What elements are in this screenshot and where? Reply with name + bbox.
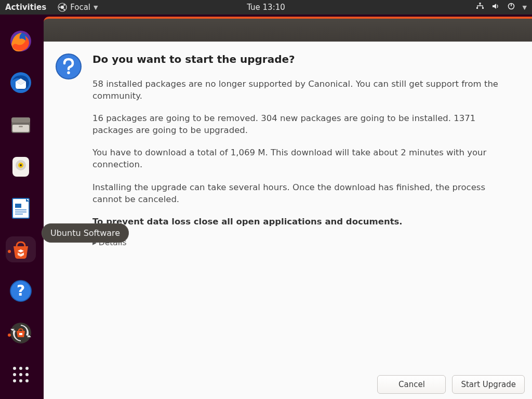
launcher-tooltip: Ubuntu Software [42,223,129,243]
launcher-ubuntu-software[interactable] [6,236,36,262]
launcher-software-updater[interactable] [6,320,36,346]
svg-rect-32 [19,333,22,335]
dialog-paragraph: You have to download a total of 1,069 M.… [92,147,512,170]
svg-point-33 [13,367,16,370]
svg-rect-5 [479,3,481,4]
show-applications[interactable] [6,362,36,388]
svg-point-34 [19,367,22,370]
dialog-body: Do you want to start the upgrade? 58 ins… [44,42,532,399]
chevron-down-icon: ▼ [94,4,98,11]
start-upgrade-button[interactable]: Start Upgrade [452,375,525,394]
question-icon [55,53,82,392]
network-icon [476,2,484,12]
svg-point-2 [59,7,61,8]
dialog-heading: Do you want to start the upgrade? [92,53,512,65]
svg-rect-16 [19,126,23,127]
status-area[interactable]: ▼ [476,2,527,12]
top-panel: Activities Focal ▼ Tue 13:10 ▼ [0,0,532,15]
svg-point-44 [67,71,70,74]
details-expander[interactable]: ▸ Details [92,238,512,247]
dock: ? [0,15,42,399]
power-icon [507,2,515,12]
svg-rect-6 [476,7,478,9]
dialog-paragraph: Installing the upgrade can take several … [92,181,512,205]
svg-point-38 [25,373,29,376]
dialog-paragraph: 58 installed packages are no longer supp… [92,78,512,102]
cancel-button[interactable]: Cancel [377,375,446,394]
dialog-button-row: Cancel Start Upgrade [377,375,525,394]
svg-rect-7 [482,7,484,9]
launcher-help[interactable]: ? [6,278,36,304]
svg-point-3 [63,4,65,6]
svg-point-4 [63,9,65,10]
activities-button[interactable]: Activities [5,3,46,12]
svg-point-37 [19,373,22,376]
svg-point-1 [61,6,64,9]
volume-icon [491,2,500,12]
svg-point-35 [25,367,29,370]
window-titlebar[interactable] [44,17,532,42]
svg-rect-14 [11,117,30,123]
svg-rect-22 [15,204,21,208]
launcher-rhythmbox[interactable] [6,153,36,179]
svg-point-20 [20,164,22,166]
app-menu[interactable]: Focal ▼ [58,3,98,12]
svg-point-36 [13,373,16,376]
running-indicator-icon [8,334,11,337]
dialog-warning: To prevent data loss close all open appl… [92,216,512,228]
launcher-files[interactable] [6,111,36,137]
dialog-paragraph: 16 packages are going to be removed. 304… [92,112,512,136]
app-menu-label: Focal [70,3,90,12]
desktop: Do you want to start the upgrade? 58 ins… [42,15,532,399]
launcher-thunderbird[interactable] [6,70,36,96]
launcher-libreoffice-writer[interactable] [6,195,36,221]
app-menu-icon [58,3,67,12]
svg-text:?: ? [17,282,25,299]
svg-point-41 [25,379,29,382]
clock[interactable]: Tue 13:10 [247,3,285,12]
launcher-firefox[interactable] [6,28,36,54]
svg-point-39 [13,379,16,382]
chevron-down-icon: ▼ [523,4,527,11]
svg-point-40 [19,379,22,382]
release-upgrader-window: Do you want to start the upgrade? 58 ins… [44,17,532,399]
